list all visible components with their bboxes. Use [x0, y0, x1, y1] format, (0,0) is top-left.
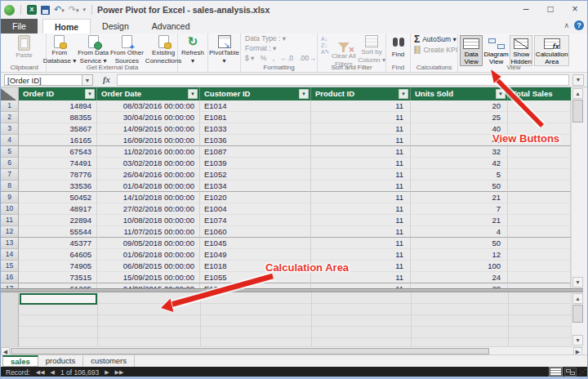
grid-vertical-scrollbar[interactable]: ▲ ▼	[571, 87, 583, 288]
table-cell[interactable]	[508, 112, 571, 123]
from-other-sources-button[interactable]: ✦ From OtherSources	[110, 35, 144, 65]
row-number[interactable]: 16	[1, 272, 19, 283]
scrollbar-thumb[interactable]	[11, 348, 489, 354]
select-all-corner[interactable]	[1, 87, 19, 100]
close-button[interactable]: ×	[563, 1, 587, 19]
row-number[interactable]: 2	[1, 112, 19, 123]
table-cell[interactable]	[508, 192, 571, 203]
row-number[interactable]: 1	[1, 100, 19, 112]
table-cell[interactable]: E1036	[200, 135, 311, 146]
table-cell[interactable]: 11/02/2016 00:00:00	[97, 146, 200, 158]
tab-home[interactable]: Home	[42, 19, 91, 33]
table-cell[interactable]: 11	[311, 272, 411, 283]
format-dropdown[interactable]: Format : ▾	[241, 43, 317, 53]
table-cell[interactable]: E1049	[200, 249, 311, 261]
table-cell[interactable]: 16/09/2016 00:00:00	[97, 135, 200, 146]
redo-icon[interactable]: ↷▾	[69, 5, 79, 15]
table-cell[interactable]: 11	[311, 169, 411, 181]
table-cell[interactable]: 32	[411, 146, 508, 158]
table-cell[interactable]: 26/04/2016 00:00:00	[97, 169, 200, 181]
table-cell[interactable]: 09/05/2018 00:00:00	[97, 238, 200, 249]
table-cell[interactable]: E1034	[200, 181, 311, 192]
table-cell[interactable]	[508, 215, 571, 226]
table-cell[interactable]	[508, 146, 571, 158]
table-cell[interactable]: 45377	[19, 238, 97, 249]
table-cell[interactable]: 73515	[19, 272, 97, 283]
scroll-down-icon[interactable]: ▼	[572, 277, 583, 288]
currency-button[interactable]: $ ▾	[245, 54, 254, 62]
table-cell[interactable]: 21	[411, 192, 508, 203]
table-cell[interactable]: 30/04/2016 00:00:00	[97, 112, 200, 123]
table-cell[interactable]: E1081	[200, 112, 311, 123]
row-number[interactable]: 13	[1, 238, 19, 249]
table-cell[interactable]	[508, 261, 571, 272]
increase-decimal-button[interactable]: .00→	[299, 54, 315, 62]
table-cell[interactable]: 11/07/2015 00:00:00	[97, 226, 200, 238]
table-cell[interactable]: E1074	[200, 215, 311, 226]
filter-dropdown-icon[interactable]: ▼	[188, 89, 198, 99]
help-icon[interactable]: ?	[574, 20, 584, 30]
tab-design[interactable]: Design	[91, 19, 140, 33]
sort-by-column-button[interactable]: Sort byColumn ▾	[358, 35, 385, 64]
table-cell[interactable]: 43	[411, 135, 508, 146]
table-cell[interactable]: 7	[411, 203, 508, 215]
create-kpi-button[interactable]: Create KPI	[411, 44, 457, 55]
table-cell[interactable]: 78776	[19, 169, 97, 181]
table-cell[interactable]: 11	[311, 215, 411, 226]
collapse-ribbon-icon[interactable]: ∧	[564, 21, 569, 29]
table-cell[interactable]	[508, 203, 571, 215]
paste-button[interactable]: Paste	[2, 35, 46, 59]
table-cell[interactable]: 27/02/2018 00:00:00	[97, 203, 200, 215]
table-cell[interactable]: E1014	[200, 100, 311, 112]
table-cell[interactable]: 11	[311, 158, 411, 169]
last-record-button[interactable]: ▶▶	[115, 369, 124, 376]
table-cell[interactable]: 22894	[19, 215, 97, 226]
table-cell[interactable]: 42	[411, 158, 508, 169]
table-cell[interactable]	[508, 123, 571, 135]
filter-dropdown-icon[interactable]: ▼	[496, 89, 506, 99]
table-cell[interactable]: 20	[411, 100, 508, 112]
decrease-decimal-button[interactable]: ←.0	[280, 54, 293, 62]
row-number[interactable]: 8	[1, 181, 19, 192]
formula-input[interactable]	[117, 74, 569, 86]
table-cell[interactable]: 03/02/2018 00:00:00	[97, 158, 200, 169]
table-cell[interactable]	[508, 169, 571, 181]
table-cell[interactable]: 74905	[19, 261, 97, 272]
data-type-dropdown[interactable]: Data Type : ▾	[241, 33, 317, 43]
row-number[interactable]: 5	[1, 146, 19, 158]
scrollbar-thumb[interactable]	[572, 100, 583, 123]
table-cell[interactable]: 11	[311, 181, 411, 192]
table-cell[interactable]: 16165	[19, 135, 97, 146]
table-cell[interactable]: 24	[411, 272, 508, 283]
table-cell[interactable]: 14/09/2015 00:00:00	[97, 123, 200, 135]
table-cell[interactable]: 67543	[19, 146, 97, 158]
table-cell[interactable]: E1018	[200, 261, 311, 272]
table-cell[interactable]: E1055	[200, 272, 311, 283]
table-cell[interactable]	[508, 181, 571, 192]
table-cell[interactable]: 11	[311, 238, 411, 249]
table-cell[interactable]: E1052	[200, 169, 311, 181]
scroll-down-icon[interactable]: ▼	[572, 335, 583, 346]
table-cell[interactable]: 10/08/2018 00:00:00	[97, 215, 200, 226]
table-cell[interactable]: 11	[311, 112, 411, 123]
table-cell[interactable]	[508, 272, 571, 283]
table-cell[interactable]: 11	[311, 203, 411, 215]
table-cell[interactable]: 100	[411, 261, 508, 272]
existing-connections-button[interactable]: ExistingConnections	[145, 35, 181, 65]
table-cell[interactable]: 12	[411, 249, 508, 261]
table-cell[interactable]: 11	[311, 146, 411, 158]
find-button[interactable]: Find	[386, 35, 410, 58]
calc-vertical-scrollbar[interactable]: ▲ ▼	[571, 292, 583, 346]
table-cell[interactable]: 15/09/2015 00:00:00	[97, 272, 200, 283]
table-cell[interactable]	[508, 100, 571, 112]
percent-button[interactable]: %	[261, 54, 267, 62]
selected-calc-cell[interactable]	[20, 293, 97, 305]
name-box[interactable]: [Order ID]	[4, 74, 82, 86]
table-cell[interactable]: 55544	[19, 226, 97, 238]
table-cell[interactable]: E1020	[200, 192, 311, 203]
table-cell[interactable]: 11	[311, 100, 411, 112]
table-cell[interactable]: 11	[311, 192, 411, 203]
statusbar-diagram-view-icon[interactable]	[564, 368, 577, 377]
table-cell[interactable]	[508, 238, 571, 249]
statusbar-data-view-icon[interactable]	[550, 368, 562, 377]
